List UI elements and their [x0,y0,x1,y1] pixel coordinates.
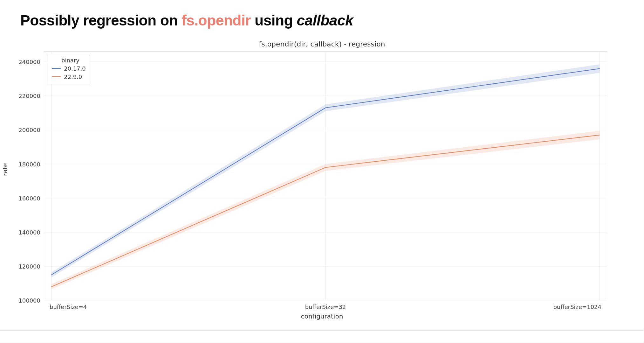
title-mid: using [251,12,297,29]
y-tick-label: 100000 [9,297,40,304]
legend-label: 22.9.0 [64,74,82,80]
title-em: callback [297,12,353,29]
chart-title: fs.opendir(dir, callback) - regression [0,40,644,48]
y-tick-label: 160000 [9,195,40,201]
legend-swatch [52,68,61,69]
y-tick-label: 200000 [9,127,40,133]
y-axis-label: rate [1,163,9,176]
y-tick-label: 180000 [9,161,40,167]
x-tick-label: bufferSize=1024 [553,304,601,310]
legend-item: 20.17.0 [52,64,86,73]
document-frame: Possibly regression on fs.opendir using … [0,0,644,343]
chart-plot-area [44,52,607,300]
chart-svg [44,52,607,300]
x-tick-label: bufferSize=32 [305,304,346,310]
legend-swatch [52,76,61,77]
x-axis-label: configuration [0,312,644,320]
legend-label: 20.17.0 [64,65,86,72]
y-tick-label: 240000 [9,59,40,65]
title-prefix: Possibly regression on [20,12,182,29]
page-title: Possibly regression on fs.opendir using … [20,12,353,29]
y-tick-label: 120000 [9,263,40,270]
y-tick-label: 140000 [9,229,40,235]
title-accent: fs.opendir [182,12,250,29]
legend-item: 22.9.0 [52,73,86,81]
legend-title: binary [61,57,86,64]
chart-legend: binary 20.17.022.9.0 [48,55,90,84]
x-tick-label: bufferSize=4 [50,304,87,310]
section-divider [0,330,644,331]
y-tick-label: 220000 [9,93,40,99]
